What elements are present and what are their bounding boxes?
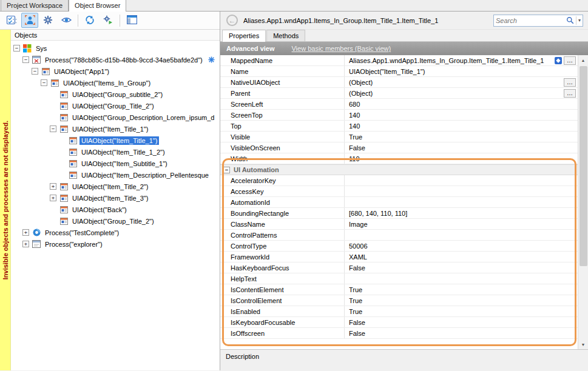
tree-node-label[interactable]: UIAObject("Back"): [70, 206, 129, 214]
property-value[interactable]: False: [345, 262, 578, 273]
tree-node[interactable]: −Sys: [11, 42, 220, 54]
property-value[interactable]: [345, 197, 578, 207]
property-value[interactable]: True: [345, 132, 578, 142]
property-value[interactable]: [345, 186, 578, 196]
tree-node[interactable]: UIAObject("Item_Title_1"): [11, 135, 220, 146]
tree-node-label[interactable]: Process("explorer"): [43, 240, 104, 249]
tab-methods[interactable]: Methods: [266, 30, 305, 41]
tree-node-label[interactable]: UIAObject("Group_Title_2"): [70, 102, 156, 110]
property-value[interactable]: Aliases.App1.wndApp1.Items_In_Group.Item…: [345, 55, 578, 65]
collapse-toggle-icon[interactable]: −: [50, 125, 56, 132]
tree-node-label[interactable]: Process("TestComplete"): [43, 229, 121, 237]
tree-node[interactable]: +Process("explorer"): [11, 238, 220, 250]
property-value[interactable]: False: [345, 142, 578, 153]
tree-node[interactable]: −Process("788cb85c-d15b-48bb-9ccd-34ae5b…: [11, 54, 220, 65]
tree-node[interactable]: UIAObject("Back"): [11, 204, 220, 215]
grid-vertical-scrollbar[interactable]: ▲ ▼: [578, 55, 588, 349]
tree-node-label[interactable]: UIAObject("Item_Title_2"): [70, 182, 150, 191]
property-value[interactable]: True: [345, 306, 578, 316]
collapse-toggle-icon[interactable]: −: [22, 56, 29, 63]
mapped-name-icon[interactable]: [555, 57, 562, 64]
collapse-toggle-icon[interactable]: −: [223, 167, 230, 173]
settings-gear-button[interactable]: [39, 13, 56, 28]
tree-node[interactable]: −UIAObject("Items_In_Group"): [11, 77, 220, 89]
tree-node[interactable]: UIAObject("Group_Title_2"): [11, 215, 220, 227]
tree-node[interactable]: UIAObject("Item_Subtitle_1"): [11, 158, 220, 169]
tree-node[interactable]: +Process("TestComplete"): [11, 227, 220, 238]
property-value[interactable]: Image: [345, 219, 578, 229]
search-dropdown-icon[interactable]: ▾: [578, 18, 581, 23]
property-value[interactable]: 140: [345, 110, 578, 120]
tab-properties[interactable]: Properties: [222, 30, 266, 42]
tree-node-label[interactable]: UIAObject("Group_subtitle_2"): [70, 90, 164, 99]
collapse-toggle-icon[interactable]: −: [13, 45, 20, 52]
scroll-down-icon[interactable]: ▼: [578, 339, 588, 349]
tree-node-label[interactable]: UIAObject("Item_Description_Pellentesque: [79, 171, 211, 179]
property-value[interactable]: UIAObject("Item_Title_1"): [345, 66, 578, 76]
property-value[interactable]: False: [345, 328, 578, 338]
back-button[interactable]: ←: [226, 15, 238, 26]
property-name: ScreenTop: [220, 110, 345, 120]
expand-toggle-icon[interactable]: +: [50, 183, 56, 190]
highlight-object-button[interactable]: [21, 13, 38, 28]
property-value[interactable]: [345, 175, 578, 186]
tree-node-label[interactable]: UIAObject("App1"): [52, 67, 111, 76]
scrollbar-thumb[interactable]: [580, 66, 587, 266]
scrollbar-track[interactable]: [578, 65, 588, 339]
tree-node[interactable]: UIAObject("Group_Title_2"): [11, 100, 220, 112]
tree-node[interactable]: UIAObject("Item_Description_Pellentesque: [11, 169, 220, 181]
property-value[interactable]: 50006: [345, 241, 578, 251]
view-eye-button[interactable]: [58, 13, 75, 28]
property-value[interactable]: [345, 230, 578, 240]
layout-panels-button[interactable]: [123, 13, 140, 28]
ellipsis-button[interactable]: …: [564, 89, 576, 98]
property-value[interactable]: (Object)…: [345, 77, 578, 87]
tree-node[interactable]: +UIAObject("Item_Title_3"): [11, 192, 220, 204]
tree-node-label[interactable]: UIAObject("Group_Description_Lorem_ipsum…: [70, 113, 216, 122]
property-section-header[interactable]: −UI Automation: [220, 164, 578, 175]
tree-node[interactable]: UIAObject("Item_Title_1_2"): [11, 146, 220, 158]
property-row: ControlType50006: [220, 241, 578, 252]
scroll-up-icon[interactable]: ▲: [578, 55, 588, 65]
refresh-button[interactable]: [81, 13, 98, 28]
collapse-toggle-icon[interactable]: −: [32, 68, 38, 75]
tree-node-label[interactable]: UIAObject("Item_Title_1"): [79, 136, 159, 145]
property-value[interactable]: 680: [345, 99, 578, 109]
tree-node-label[interactable]: UIAObject("Item_Title_1"): [70, 125, 150, 133]
tree-node-label[interactable]: UIAObject("Item_Title_1_2"): [79, 148, 167, 156]
property-value[interactable]: (Object)…: [345, 88, 578, 98]
property-value[interactable]: XAML: [345, 252, 578, 262]
search-input[interactable]: [496, 17, 566, 24]
ellipsis-button[interactable]: …: [564, 56, 576, 65]
tab-project-workspace[interactable]: Project Workspace: [1, 0, 69, 11]
tree-node[interactable]: −UIAObject("App1"): [11, 65, 220, 77]
property-value[interactable]: 140: [345, 121, 578, 131]
property-value[interactable]: [345, 273, 578, 284]
tree-node[interactable]: UIAObject("Group_Description_Lorem_ipsum…: [11, 112, 220, 123]
tree-node[interactable]: +UIAObject("Item_Title_2"): [11, 181, 220, 192]
tree-node-label[interactable]: Process("788cb85c-d15b-48bb-9ccd-34ae5ba…: [43, 56, 204, 64]
property-value[interactable]: True: [345, 295, 578, 306]
object-checklist-button[interactable]: [3, 13, 20, 28]
tree-node-label[interactable]: UIAObject("Items_In_Group"): [61, 79, 152, 87]
search-icon[interactable]: [566, 16, 574, 24]
property-value[interactable]: False: [345, 317, 578, 327]
ellipsis-button[interactable]: …: [564, 78, 576, 87]
tree-node[interactable]: UIAObject("Group_subtitle_2"): [11, 89, 220, 100]
property-value[interactable]: [680, 140, 110, 110]: [345, 208, 578, 218]
tree-node-label[interactable]: UIAObject("Item_Subtitle_1"): [79, 159, 169, 168]
collapse-toggle-icon[interactable]: −: [41, 79, 47, 86]
property-row: HasKeyboardFocusFalse: [220, 262, 578, 273]
tree-node-label[interactable]: UIAObject("Group_Title_2"): [70, 217, 156, 226]
expand-toggle-icon[interactable]: +: [50, 195, 56, 201]
expand-toggle-icon[interactable]: +: [22, 241, 29, 247]
expand-toggle-icon[interactable]: +: [22, 229, 29, 236]
tab-object-browser[interactable]: Object Browser: [69, 0, 126, 12]
tree-node[interactable]: −UIAObject("Item_Title_1"): [11, 123, 220, 135]
property-value[interactable]: True: [345, 284, 578, 295]
run-gear-button[interactable]: [100, 13, 117, 28]
tree-node-label[interactable]: Sys: [34, 44, 49, 53]
property-value[interactable]: 110: [345, 153, 578, 164]
tree-node-label[interactable]: UIAObject("Item_Title_3"): [70, 194, 150, 202]
basic-view-link[interactable]: View basic members (Basic view): [291, 45, 391, 52]
